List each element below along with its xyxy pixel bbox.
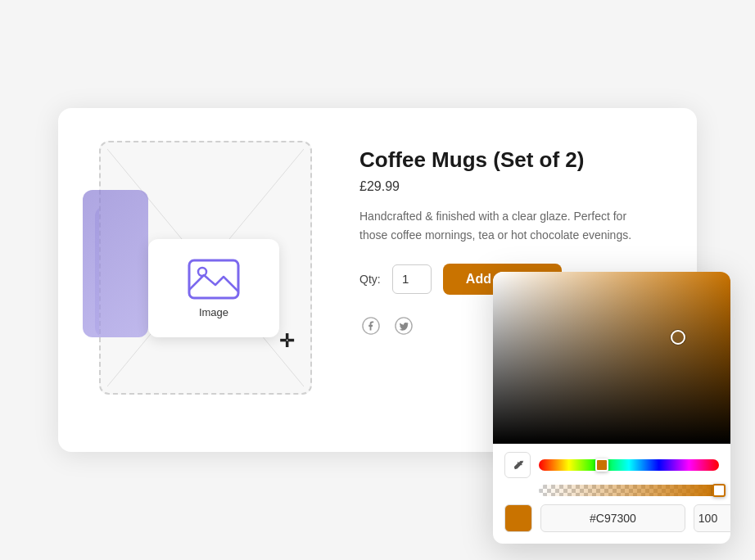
- product-title: Coffee Mugs (Set of 2): [359, 147, 664, 173]
- move-cursor-icon: ✛: [279, 331, 294, 352]
- qty-input[interactable]: [392, 264, 432, 294]
- color-picker-popup: %: [493, 272, 730, 544]
- twitter-icon: [395, 317, 413, 335]
- facebook-icon: [362, 317, 380, 335]
- color-value-row: %: [504, 504, 719, 532]
- facebook-share-button[interactable]: [359, 314, 382, 337]
- hue-slider-thumb[interactable]: [595, 458, 608, 472]
- color-picker-selector-dot[interactable]: [671, 330, 685, 345]
- color-gradient-canvas[interactable]: [493, 272, 730, 444]
- alpha-slider[interactable]: [539, 485, 719, 496]
- color-hex-input[interactable]: [540, 504, 685, 532]
- purple-decoration-1: [83, 190, 148, 337]
- hue-slider-row: [504, 452, 719, 478]
- image-widget-label: Image: [199, 306, 228, 318]
- alpha-slider-thumb[interactable]: [712, 484, 726, 497]
- opacity-value-input[interactable]: [694, 504, 730, 532]
- eyedropper-icon: [511, 458, 524, 472]
- eyedropper-button[interactable]: [504, 452, 531, 478]
- image-icon: [188, 259, 240, 300]
- image-widget-card[interactable]: Image ✛: [148, 239, 279, 337]
- image-area: Image ✛: [91, 141, 320, 403]
- scene: Image ✛ Coffee Mugs (Set of 2) £29.99 Ha…: [0, 0, 755, 560]
- color-swatch: [504, 504, 532, 532]
- alpha-slider-row: [504, 485, 719, 496]
- qty-label: Qty:: [359, 273, 381, 286]
- hue-slider[interactable]: [539, 459, 719, 471]
- product-price: £29.99: [359, 179, 664, 194]
- product-description: Handcrafted & finished with a clear glaz…: [359, 207, 638, 244]
- svg-rect-2: [189, 260, 238, 298]
- color-picker-controls: %: [493, 444, 730, 532]
- svg-point-3: [198, 268, 206, 276]
- twitter-share-button[interactable]: [392, 314, 415, 337]
